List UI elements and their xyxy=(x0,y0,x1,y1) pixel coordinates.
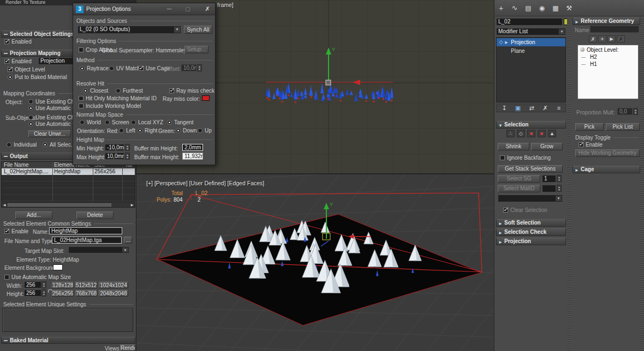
get-stack-selections-button[interactable]: Get Stack Selections xyxy=(498,165,563,173)
pick-button[interactable]: Pick xyxy=(575,123,604,131)
display-enable-checkbox[interactable]: Enable xyxy=(579,142,603,148)
select-matid-button[interactable]: Select MatID xyxy=(498,185,540,192)
clear-selection-checkbox[interactable]: Clear Selection xyxy=(503,207,547,213)
output-table[interactable]: File Name Element Name Size Tar L_02Heig… xyxy=(1,161,135,202)
offset-field[interactable]: 10,0mm xyxy=(181,64,196,71)
perspective-viewport[interactable]: Y [+] [Perspective] [User Defined] [Edge… xyxy=(136,173,494,351)
maximize-icon[interactable]: ▢ xyxy=(183,5,192,14)
buffer-min-height-field[interactable]: 2,0mm xyxy=(182,144,203,151)
tab-display-icon[interactable]: ▦ xyxy=(550,2,561,14)
dropdown-arrow-icon[interactable]: ▼ xyxy=(556,196,562,201)
rollout-projection[interactable]: ►Projection xyxy=(496,238,566,245)
col-file-name[interactable]: File Name xyxy=(4,162,29,168)
list-item-h1[interactable]: H1 xyxy=(590,61,597,67)
min-height-spinner[interactable]: ▲▼ xyxy=(125,144,130,151)
subobject-face-icon[interactable]: ■ xyxy=(527,130,535,137)
object-name-field[interactable]: L_02 xyxy=(496,18,563,26)
sg-spinner[interactable]: ▲▼ xyxy=(557,175,562,182)
object-source-dropdown[interactable]: L_02 (0 SO Outputs)▼ xyxy=(77,26,181,34)
stack-item-projection[interactable]: ◇ ▶ Projection xyxy=(497,38,565,46)
size-1024-button[interactable]: 1024x1024 xyxy=(99,282,128,288)
hide-working-geometry-button[interactable]: Hide Working Geometry xyxy=(575,149,640,157)
ray-miss-color-swatch[interactable] xyxy=(202,95,210,101)
buffer-max-height-field[interactable]: 11,932mm xyxy=(182,153,203,160)
element-enable-checkbox[interactable]: Enable xyxy=(4,228,28,234)
tab-hierarchy-icon[interactable]: ▤ xyxy=(523,2,534,14)
close-icon[interactable]: ✗ xyxy=(203,5,212,14)
refgeo-pick-icon[interactable]: ▶ xyxy=(607,35,616,43)
pin-stack-icon[interactable]: ↧ xyxy=(499,105,510,112)
size-128-button[interactable]: 128x128 xyxy=(52,282,74,288)
scroll-left-icon[interactable]: ◀ xyxy=(2,203,7,207)
size-768-button[interactable]: 768x768 xyxy=(75,290,97,296)
clear-unwrappers-button[interactable]: Clear Unwr... xyxy=(28,130,71,137)
make-unique-icon[interactable]: ⇄ xyxy=(526,105,537,112)
file-name-field[interactable]: L_02HeightMap.tga xyxy=(52,237,122,244)
output-hscrollbar[interactable]: ◀ ▶ xyxy=(1,202,135,208)
rollout-selection-check[interactable]: ►Selection Check xyxy=(496,228,566,236)
subobject-element-icon[interactable]: ■ xyxy=(538,130,546,137)
setup-button[interactable]: Setup... xyxy=(184,46,208,53)
subobject-use-automatic-radio[interactable]: Use Automatic U xyxy=(28,121,76,127)
red-right-radio[interactable]: Right xyxy=(138,128,157,134)
subobject-vertex-icon[interactable]: ∴ xyxy=(506,130,515,137)
perspective-viewport-canvas[interactable]: Y xyxy=(136,174,494,351)
object-enabled-checkbox[interactable]: Enabled xyxy=(4,39,32,45)
expand-icon[interactable]: ▶ xyxy=(504,38,509,46)
browse-button[interactable]: ... xyxy=(124,237,132,244)
hit-only-matching-checkbox[interactable]: Hit Only Matching Material ID xyxy=(79,95,157,101)
perspective-viewport-label[interactable]: [+] [Perspective] [User Defined] [Edged … xyxy=(146,180,264,186)
max-height-field[interactable]: 10,0mm xyxy=(105,153,124,160)
refgeo-listbox[interactable]: Object Level: — H2 — H1 xyxy=(577,45,639,99)
matid-spinner[interactable]: ▲▼ xyxy=(557,185,562,192)
subobject-use-existing-radio[interactable]: Use Existing Cha xyxy=(28,114,77,120)
rollout-reference-geometry[interactable]: ►Reference Geometry xyxy=(573,17,640,25)
top-viewport-label[interactable]: frame] xyxy=(217,2,234,8)
rollout-baked-material[interactable]: Baked Material xyxy=(1,337,135,344)
render-button[interactable]: Render xyxy=(120,344,135,351)
furthest-radio[interactable]: Furthest xyxy=(116,88,143,94)
show-end-result-icon[interactable]: ▣ xyxy=(512,105,523,112)
uv-match-radio[interactable]: UV Match xyxy=(109,65,140,71)
world-radio[interactable]: World xyxy=(80,119,101,125)
target-map-slot-dropdown[interactable]: ▼ xyxy=(68,246,129,253)
dialog-titlebar[interactable]: 3 Projection Options — ▢ ✗ xyxy=(73,3,215,15)
tab-motion-icon[interactable]: ◉ xyxy=(536,2,547,14)
proportion-mult-field[interactable]: 0,0 xyxy=(617,108,633,115)
pick-list-button[interactable]: Pick List xyxy=(606,123,640,131)
transform-gizmo-center[interactable] xyxy=(326,80,331,85)
shrink-button[interactable]: Shrink xyxy=(498,143,529,150)
dropdown-arrow-icon[interactable]: ▼ xyxy=(559,29,565,34)
tab-modify-icon[interactable]: ∿ xyxy=(509,2,520,14)
object-use-automatic-radio[interactable]: Use Automatic U xyxy=(28,105,76,111)
ray-miss-check-checkbox[interactable]: Ray miss check xyxy=(169,88,214,94)
add-button[interactable]: Add... xyxy=(15,211,52,219)
modifier-list-dropdown[interactable]: Modifier List▼ xyxy=(496,28,566,35)
closest-radio[interactable]: Closest xyxy=(83,88,108,94)
rollout-cage[interactable]: ►Cage xyxy=(573,166,640,173)
scroll-right-icon[interactable]: ▶ xyxy=(129,203,135,207)
tangent-radio[interactable]: Tangent xyxy=(167,119,194,125)
projection-enabled-checkbox[interactable]: Enabled xyxy=(4,58,32,64)
size-512-button[interactable]: 512x512 xyxy=(75,282,97,288)
use-automatic-map-size-checkbox[interactable]: Use Automatic Map Size xyxy=(4,274,71,280)
offset-spinner[interactable]: ▲▼ xyxy=(197,64,202,71)
height-spinner[interactable]: ▲▼ xyxy=(41,289,46,296)
select-sg-button[interactable]: Select SG xyxy=(498,175,540,183)
green-down-radio[interactable]: Down xyxy=(176,128,197,134)
stack-item-plane[interactable]: Plane xyxy=(497,47,565,55)
size-2048-button[interactable]: 2048x2048 xyxy=(99,290,128,296)
tab-utilities-icon[interactable]: ⚒ xyxy=(564,2,575,14)
remove-modifier-icon[interactable]: ✗ xyxy=(540,105,551,112)
max-height-spinner[interactable]: ▲▼ xyxy=(125,153,130,160)
refgeo-remove-icon[interactable]: ✗ xyxy=(589,35,597,43)
tab-create-icon[interactable]: + xyxy=(496,2,506,14)
panel-scrollbar[interactable] xyxy=(641,17,644,351)
output-table-row[interactable]: L_02HeightMap.... HeightMap 256x256 xyxy=(2,168,135,175)
raytrace-radio[interactable]: Raytrace xyxy=(80,65,109,71)
refgeo-clear-icon[interactable]: ✗ xyxy=(617,35,625,43)
matid-value-field[interactable] xyxy=(542,185,556,192)
element-background-swatch[interactable] xyxy=(53,264,63,270)
red-left-radio[interactable]: Left xyxy=(119,128,135,134)
height-field[interactable]: 256 xyxy=(24,289,41,296)
